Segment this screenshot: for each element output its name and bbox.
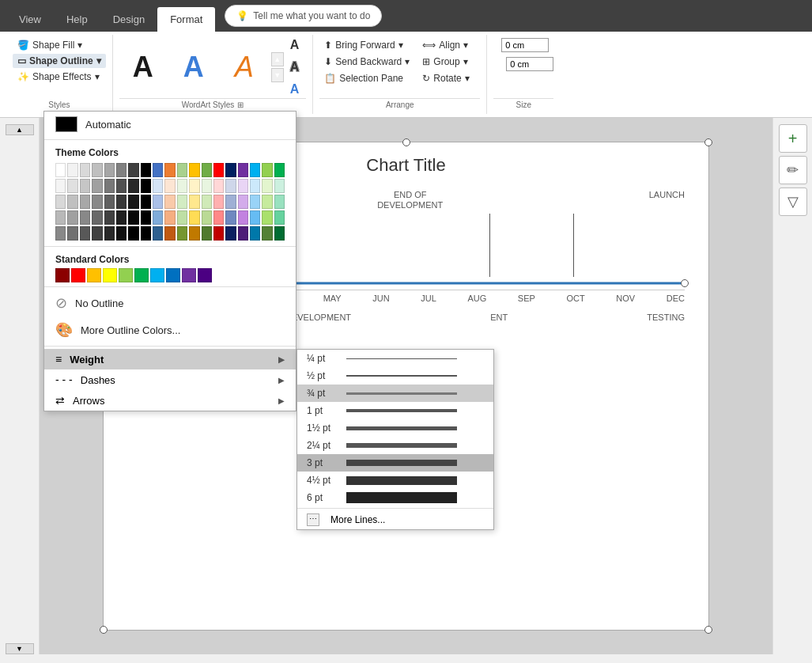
c412[interactable] bbox=[189, 210, 199, 225]
align-button[interactable]: ⟺ Align ▾ bbox=[417, 38, 474, 52]
color-orange[interactable] bbox=[164, 163, 175, 177]
no-outline-item[interactable]: ⊘ No Outline bbox=[44, 290, 296, 316]
wordart-a3[interactable]: A bbox=[221, 44, 268, 91]
color-gray4[interactable] bbox=[104, 163, 115, 177]
color-gray1[interactable] bbox=[67, 163, 77, 177]
c35[interactable] bbox=[104, 195, 115, 209]
weight-submenu[interactable]: ¼ pt ½ pt ¾ pt 1 pt 1½ pt bbox=[296, 349, 494, 530]
color-light3[interactable] bbox=[80, 179, 90, 193]
wordart-scroll-up[interactable]: ▲ bbox=[271, 52, 284, 66]
color-gray2[interactable] bbox=[80, 163, 90, 177]
c55[interactable] bbox=[104, 226, 115, 241]
c319[interactable] bbox=[274, 195, 285, 209]
color-light19[interactable] bbox=[274, 179, 285, 193]
wordart-a1[interactable]: A bbox=[119, 44, 167, 91]
color-green-light[interactable] bbox=[177, 163, 187, 177]
color-lime[interactable] bbox=[262, 163, 272, 177]
c44[interactable] bbox=[92, 210, 102, 225]
color-light2[interactable] bbox=[67, 179, 77, 193]
weight-45pt[interactable]: 4½ pt bbox=[297, 472, 493, 489]
color-light4[interactable] bbox=[92, 179, 102, 193]
arrows-submenu-item[interactable]: ⇄ Arrows ▶ bbox=[44, 390, 296, 411]
color-light14[interactable] bbox=[213, 179, 224, 193]
c317[interactable] bbox=[250, 195, 260, 209]
c416[interactable] bbox=[238, 210, 248, 225]
c513[interactable] bbox=[202, 226, 212, 241]
add-element-button[interactable]: + bbox=[779, 124, 807, 153]
c419[interactable] bbox=[274, 210, 285, 225]
c57[interactable] bbox=[128, 226, 138, 241]
resize-handle-bottom-right[interactable] bbox=[704, 626, 712, 634]
c512[interactable] bbox=[189, 226, 199, 241]
c41[interactable] bbox=[55, 210, 66, 225]
shape-fill-button[interactable]: 🪣 Shape Fill ▾ bbox=[13, 38, 106, 52]
c33[interactable] bbox=[80, 195, 90, 209]
group-button[interactable]: ⊞ Group ▾ bbox=[417, 55, 474, 69]
resize-handle-bottom-left[interactable] bbox=[100, 626, 108, 634]
color-light18[interactable] bbox=[262, 179, 272, 193]
c517[interactable] bbox=[250, 226, 260, 241]
weight-025pt[interactable]: ¼ pt bbox=[297, 350, 493, 367]
c53[interactable] bbox=[80, 226, 90, 241]
c418[interactable] bbox=[262, 210, 272, 225]
weight-6pt[interactable]: 6 pt bbox=[297, 489, 493, 506]
color-green[interactable] bbox=[202, 163, 212, 177]
c515[interactable] bbox=[225, 226, 236, 241]
shape-outline-dropdown[interactable]: Automatic Theme Colors bbox=[43, 111, 296, 411]
paint-button[interactable]: ✏ bbox=[779, 156, 807, 184]
std-color-3[interactable] bbox=[87, 268, 101, 282]
send-backward-button[interactable]: ⬇ Send Backward ▾ bbox=[319, 55, 414, 69]
c39[interactable] bbox=[153, 195, 163, 209]
color-gray5[interactable] bbox=[116, 163, 127, 177]
color-light-blue[interactable] bbox=[250, 163, 260, 177]
dashes-submenu-item[interactable]: - - - Dashes ▶ bbox=[44, 369, 296, 390]
color-light13[interactable] bbox=[202, 179, 212, 193]
weight-05pt[interactable]: ½ pt bbox=[297, 367, 493, 385]
weight-3pt[interactable]: 3 pt bbox=[297, 454, 493, 472]
c510[interactable] bbox=[164, 226, 175, 241]
c518[interactable] bbox=[262, 226, 272, 241]
selection-pane-button[interactable]: 📋 Selection Pane bbox=[319, 71, 414, 85]
resize-handle-top[interactable] bbox=[402, 138, 410, 146]
c410[interactable] bbox=[164, 210, 175, 225]
c411[interactable] bbox=[177, 210, 187, 225]
color-light12[interactable] bbox=[189, 179, 199, 193]
color-black[interactable] bbox=[141, 163, 151, 177]
c32[interactable] bbox=[67, 195, 77, 209]
std-color-6[interactable] bbox=[134, 268, 149, 282]
std-color-2[interactable] bbox=[71, 268, 85, 282]
c52[interactable] bbox=[67, 226, 77, 241]
c54[interactable] bbox=[92, 226, 102, 241]
filter-button[interactable]: ▽ bbox=[779, 188, 807, 216]
tab-help[interactable]: Help bbox=[54, 7, 100, 32]
c48[interactable] bbox=[141, 210, 151, 225]
c316[interactable] bbox=[238, 195, 248, 209]
c417[interactable] bbox=[250, 210, 260, 225]
color-light15[interactable] bbox=[225, 179, 236, 193]
color-light5[interactable] bbox=[104, 179, 115, 193]
height-input[interactable]: 0 cm bbox=[501, 38, 549, 52]
c37[interactable] bbox=[128, 195, 138, 209]
more-colors-item[interactable]: 🎨 More Outline Colors... bbox=[44, 316, 296, 343]
c38[interactable] bbox=[141, 195, 151, 209]
c511[interactable] bbox=[177, 226, 187, 241]
c414[interactable] bbox=[213, 210, 224, 225]
weight-15pt[interactable]: 1½ pt bbox=[297, 419, 493, 437]
c34[interactable] bbox=[92, 195, 102, 209]
shape-effects-button[interactable]: ✨ Shape Effects ▾ bbox=[13, 70, 106, 84]
std-color-8[interactable] bbox=[166, 268, 180, 282]
color-light6[interactable] bbox=[116, 179, 127, 193]
c514[interactable] bbox=[213, 226, 224, 241]
c56[interactable] bbox=[116, 226, 127, 241]
color-red[interactable] bbox=[213, 163, 224, 177]
c415[interactable] bbox=[225, 210, 236, 225]
width-input[interactable]: 0 cm bbox=[506, 57, 553, 71]
c310[interactable] bbox=[164, 195, 175, 209]
std-color-10[interactable] bbox=[198, 268, 212, 282]
tell-me-input[interactable]: 💡 Tell me what you want to do bbox=[225, 5, 382, 27]
wordart-expand-icon[interactable]: ⊞ bbox=[237, 100, 244, 109]
std-color-4[interactable] bbox=[103, 268, 117, 282]
c59[interactable] bbox=[153, 226, 163, 241]
c43[interactable] bbox=[80, 210, 90, 225]
wordart-a2[interactable]: A bbox=[170, 44, 217, 91]
